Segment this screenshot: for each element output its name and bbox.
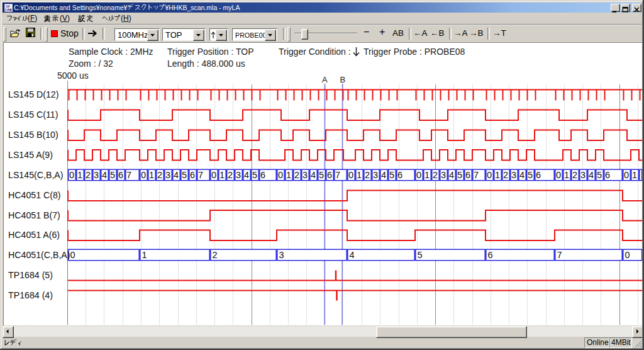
svg-text:2: 2 (86, 170, 91, 180)
svg-text:4: 4 (589, 170, 594, 180)
svg-text:6: 6 (397, 170, 402, 180)
svg-text:LS145 B(10): LS145 B(10) (8, 130, 58, 140)
svg-text:TP1684 (4): TP1684 (4) (8, 290, 53, 300)
svg-text:LS145(C,B,A): LS145(C,B,A) (8, 170, 64, 180)
svg-text:1: 1 (77, 170, 82, 180)
svg-text:2: 2 (572, 170, 577, 180)
svg-text:1: 1 (495, 170, 500, 180)
svg-text:0: 0 (69, 170, 74, 180)
svg-text:1: 1 (286, 170, 291, 180)
svg-text:3: 3 (279, 250, 284, 260)
svg-text:1: 1 (632, 170, 637, 180)
svg-text:6: 6 (605, 170, 610, 180)
svg-text:2: 2 (213, 250, 218, 260)
svg-text:6: 6 (190, 170, 195, 180)
svg-text:Zoom : / 32: Zoom : / 32 (69, 59, 113, 69)
svg-text:Trigger Position : TOP: Trigger Position : TOP (167, 47, 253, 57)
svg-text:7: 7 (335, 170, 340, 180)
svg-text:1: 1 (564, 170, 569, 180)
svg-text:4: 4 (102, 170, 107, 180)
svg-text:1: 1 (149, 170, 154, 180)
svg-text:4: 4 (311, 170, 316, 180)
svg-text:0: 0 (70, 250, 75, 260)
svg-text:LS145 C(11): LS145 C(11) (8, 110, 58, 120)
svg-text:4: 4 (244, 170, 249, 180)
svg-text:B: B (340, 75, 346, 84)
svg-text:3: 3 (441, 170, 446, 180)
svg-text:3: 3 (94, 170, 99, 180)
svg-text:HC4051 A(6): HC4051 A(6) (8, 230, 60, 240)
svg-text:2: 2 (228, 170, 233, 180)
svg-text:5: 5 (457, 170, 462, 180)
svg-text:HC4051(C,B,A): HC4051(C,B,A) (8, 250, 70, 260)
svg-text:0: 0 (625, 250, 630, 260)
svg-text:5: 5 (182, 170, 187, 180)
svg-text:2: 2 (433, 170, 438, 180)
svg-text:6: 6 (327, 170, 332, 180)
svg-text:3: 3 (511, 170, 516, 180)
svg-text:Trigger Condition :: Trigger Condition : (279, 47, 351, 57)
svg-text:HC4051 C(8): HC4051 C(8) (8, 190, 61, 200)
svg-text:5000 us: 5000 us (57, 71, 89, 81)
svg-text:TP1684 (5): TP1684 (5) (8, 270, 53, 280)
svg-text:0: 0 (141, 170, 146, 180)
svg-text:4: 4 (350, 250, 355, 260)
svg-text:4: 4 (449, 170, 454, 180)
svg-text:0: 0 (487, 170, 492, 180)
svg-text:7: 7 (557, 250, 562, 260)
svg-text:LS145 D(12): LS145 D(12) (8, 89, 58, 99)
svg-text:5: 5 (389, 170, 394, 180)
svg-text:0: 0 (278, 170, 283, 180)
svg-text:1: 1 (142, 250, 147, 260)
svg-text:7: 7 (198, 170, 203, 180)
svg-text:2: 2 (294, 170, 299, 180)
svg-text:0: 0 (211, 170, 216, 180)
svg-text:5: 5 (319, 170, 324, 180)
svg-text:6: 6 (465, 170, 470, 180)
svg-text:LS145 A(9): LS145 A(9) (8, 150, 53, 160)
svg-text:6: 6 (488, 250, 493, 260)
svg-text:5: 5 (528, 170, 533, 180)
svg-text:5: 5 (418, 250, 423, 260)
svg-text:6: 6 (536, 170, 541, 180)
svg-text:0: 0 (416, 170, 421, 180)
svg-text:2: 2 (503, 170, 508, 180)
svg-text:Trigger Probe : PROBE08: Trigger Probe : PROBE08 (364, 47, 465, 57)
svg-text:0: 0 (348, 170, 353, 180)
svg-text:7: 7 (126, 170, 131, 180)
svg-text:Sample Clock : 2MHz: Sample Clock : 2MHz (69, 47, 153, 57)
svg-text:0: 0 (624, 170, 629, 180)
svg-text:4: 4 (174, 170, 179, 180)
svg-text:6: 6 (260, 170, 265, 180)
svg-text:1: 1 (357, 170, 362, 180)
svg-text:5: 5 (110, 170, 115, 180)
svg-text:1: 1 (425, 170, 430, 180)
svg-text:6: 6 (118, 170, 123, 180)
svg-text:Length : 488.000 us: Length : 488.000 us (167, 59, 245, 69)
svg-text:1: 1 (219, 170, 225, 180)
svg-text:3: 3 (165, 170, 170, 180)
svg-text:4: 4 (519, 170, 525, 180)
svg-text:0: 0 (556, 170, 561, 180)
svg-text:5: 5 (597, 170, 602, 180)
svg-text:A: A (322, 75, 328, 84)
svg-text:5: 5 (252, 170, 257, 180)
svg-text:3: 3 (373, 170, 378, 180)
svg-text:2: 2 (365, 170, 370, 180)
svg-text:4: 4 (381, 170, 386, 180)
svg-text:3: 3 (303, 170, 308, 180)
svg-text:7: 7 (474, 170, 479, 180)
svg-text:2: 2 (157, 170, 162, 180)
svg-text:3: 3 (236, 170, 241, 180)
svg-text:3: 3 (580, 170, 586, 180)
svg-text:HC4051 B(7): HC4051 B(7) (8, 210, 60, 220)
